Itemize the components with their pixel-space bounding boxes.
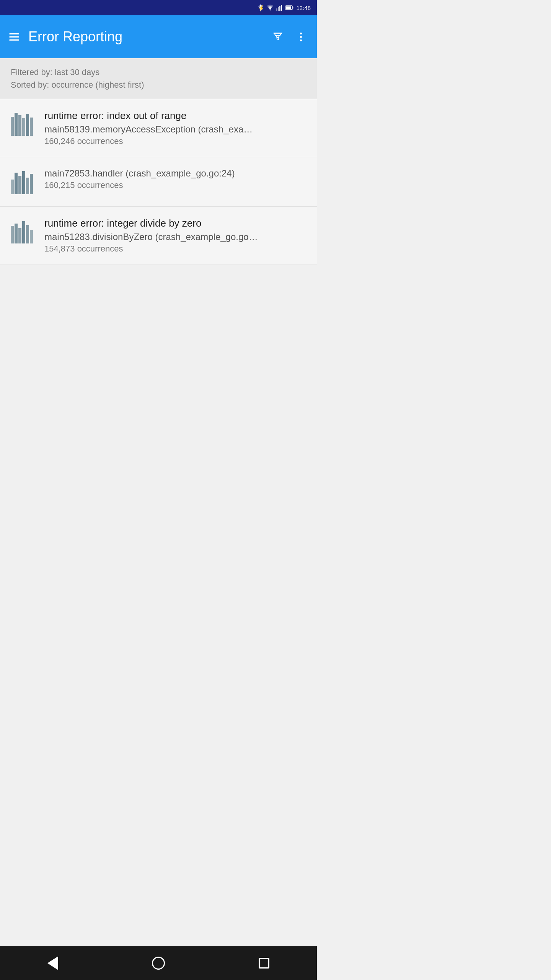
status-time: 12:48 <box>296 5 311 11</box>
svg-rect-23 <box>30 174 33 194</box>
svg-rect-4 <box>279 6 280 11</box>
svg-point-1 <box>270 9 271 10</box>
svg-rect-25 <box>15 224 18 243</box>
app-bar-actions <box>268 27 311 47</box>
svg-rect-29 <box>30 230 33 243</box>
error-title: runtime error: index out of range <box>44 110 308 122</box>
error-item[interactable]: main72853.handler (crash_example_go.go:2… <box>0 157 317 207</box>
svg-rect-8 <box>286 7 291 9</box>
status-bar: ⚡ 12:48 <box>0 0 317 15</box>
svg-rect-26 <box>18 228 21 243</box>
more-dots-icon <box>300 33 302 41</box>
wifi-icon <box>266 5 274 11</box>
svg-rect-12 <box>11 117 14 136</box>
error-detail: main72853.handler (crash_example_go.go:2… <box>44 168 259 179</box>
error-chart-icon <box>9 217 37 245</box>
error-content: runtime error: integer divide by zero ma… <box>44 217 308 254</box>
signal-icon <box>276 5 283 11</box>
svg-rect-21 <box>22 171 25 194</box>
svg-rect-18 <box>11 180 14 194</box>
error-count: 154,873 occurrences <box>44 244 308 254</box>
svg-rect-16 <box>26 114 29 136</box>
error-detail: main51283.divisionByZero (crash_example_… <box>44 232 259 242</box>
svg-rect-7 <box>293 7 293 9</box>
svg-rect-13 <box>15 113 18 136</box>
error-count: 160,246 occurrences <box>44 136 308 146</box>
svg-rect-15 <box>22 118 25 136</box>
filter-line1: Filtered by: last 30 days <box>11 66 306 78</box>
svg-rect-14 <box>18 115 21 136</box>
svg-rect-5 <box>281 5 282 11</box>
svg-rect-17 <box>30 118 33 136</box>
app-title: Error Reporting <box>28 29 262 45</box>
svg-rect-24 <box>11 226 14 243</box>
svg-rect-2 <box>276 8 277 11</box>
error-item[interactable]: runtime error: index out of range main58… <box>0 99 317 157</box>
error-item[interactable]: runtime error: integer divide by zero ma… <box>0 207 317 265</box>
error-chart-icon <box>9 168 37 196</box>
more-options-button[interactable] <box>291 27 311 47</box>
filter-line2: Sorted by: occurrence (highest first) <box>11 78 306 91</box>
svg-text:⚡: ⚡ <box>258 5 264 11</box>
error-list: runtime error: index out of range main58… <box>0 99 317 265</box>
status-icons: ⚡ 12:48 <box>258 4 311 11</box>
error-title: runtime error: integer divide by zero <box>44 217 308 229</box>
error-count: 160,215 occurrences <box>44 180 308 190</box>
error-content: runtime error: index out of range main58… <box>44 110 308 146</box>
app-bar: Error Reporting <box>0 15 317 58</box>
battery-icon <box>285 5 294 10</box>
svg-rect-19 <box>15 173 18 194</box>
error-detail: main58139.memoryAccessException (crash_e… <box>44 124 259 135</box>
error-content: main72853.handler (crash_example_go.go:2… <box>44 168 308 190</box>
svg-rect-3 <box>278 7 279 11</box>
svg-rect-27 <box>22 221 25 243</box>
bluetooth-icon: ⚡ <box>258 4 264 11</box>
svg-rect-28 <box>26 225 29 243</box>
filter-info-bar: Filtered by: last 30 days Sorted by: occ… <box>0 58 317 99</box>
filter-icon <box>272 31 283 42</box>
hamburger-menu-button[interactable] <box>6 30 22 44</box>
filter-button[interactable] <box>268 27 288 47</box>
svg-rect-20 <box>18 176 21 194</box>
error-chart-icon <box>9 110 37 137</box>
svg-rect-22 <box>26 178 29 194</box>
